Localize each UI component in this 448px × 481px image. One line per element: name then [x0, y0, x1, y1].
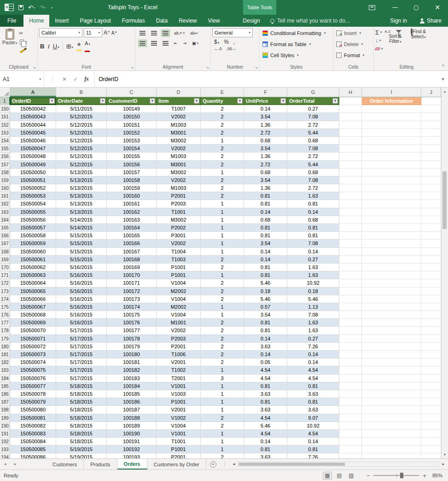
cell[interactable]: M1003 [157, 121, 201, 129]
cell[interactable]: 100185 [107, 390, 157, 398]
cell[interactable]: 0.14 [287, 438, 339, 446]
cell[interactable]: 5/12/2015 [56, 145, 107, 153]
zoom-slider[interactable] [373, 475, 419, 476]
cell[interactable] [339, 382, 362, 390]
cell[interactable]: 5/18/2015 [56, 406, 107, 414]
cell[interactable]: 0.14 [287, 358, 339, 366]
delete-cells-button[interactable]: ×Delete▾ [335, 39, 372, 49]
cell[interactable] [362, 161, 421, 169]
cell[interactable] [339, 351, 362, 358]
cell[interactable]: 2 [201, 335, 244, 343]
cell[interactable] [339, 113, 362, 121]
cell[interactable]: 150500068 [10, 311, 56, 319]
tab-home[interactable]: Home [23, 15, 49, 27]
merge-dropdown-icon[interactable]: ▾ [197, 41, 199, 45]
cell[interactable]: 100158 [107, 176, 157, 184]
cell[interactable] [339, 129, 362, 137]
cell[interactable]: V2002 [157, 327, 201, 334]
cell[interactable]: 0.81 [287, 382, 339, 390]
alignment-dialog-launcher-icon[interactable]: ↘ [206, 65, 209, 70]
cell[interactable]: 100156 [107, 161, 157, 169]
cell[interactable] [421, 430, 441, 438]
row-header-190[interactable]: 190 [0, 422, 10, 430]
cell[interactable] [362, 145, 421, 153]
number-format-select[interactable]: General▾ [212, 28, 253, 37]
row-header-192[interactable]: 192 [0, 438, 10, 446]
row-header-167[interactable]: 167 [0, 240, 10, 247]
cell-J1[interactable] [421, 97, 441, 105]
page-layout-view-icon[interactable]: ▤ [335, 472, 344, 480]
row-header-153[interactable]: 153 [0, 129, 10, 137]
cell[interactable]: 150500059 [10, 240, 56, 247]
bold-button[interactable]: B [40, 43, 44, 50]
cell[interactable] [421, 438, 441, 446]
ribbon-display-options-icon[interactable] [369, 5, 375, 10]
select-all-corner[interactable] [0, 88, 10, 97]
cell[interactable]: 0.81 [287, 224, 339, 232]
cell[interactable] [421, 414, 441, 422]
cell[interactable] [339, 176, 362, 184]
cell[interactable] [421, 398, 441, 406]
row-header-180[interactable]: 180 [0, 343, 10, 351]
cell[interactable]: 100186 [107, 398, 157, 406]
cell[interactable]: 150500045 [10, 129, 56, 137]
cell[interactable]: 150500055 [10, 208, 56, 216]
row-header-170[interactable]: 170 [0, 264, 10, 271]
comma-style-button[interactable]: , [233, 39, 235, 45]
formula-input[interactable]: OrderID [95, 71, 438, 87]
cell[interactable]: V1004 [157, 279, 201, 287]
cell[interactable]: 5/15/2015 [56, 248, 107, 256]
cell[interactable]: P2003 [157, 200, 201, 208]
row-header-174[interactable]: 174 [0, 295, 10, 303]
cell[interactable]: P3001 [157, 232, 201, 240]
cell[interactable]: 100150 [107, 113, 157, 121]
cell[interactable]: 0.81 [287, 398, 339, 406]
row-header-175[interactable]: 175 [0, 303, 10, 311]
cell[interactable]: 3.54 [244, 176, 287, 184]
cell[interactable]: 100160 [107, 192, 157, 200]
cell[interactable]: 5/18/2015 [56, 382, 107, 390]
cell[interactable]: 2 [201, 121, 244, 129]
cell[interactable]: 2 [201, 351, 244, 358]
cell[interactable]: 150500067 [10, 303, 56, 311]
cell[interactable] [421, 161, 441, 169]
row-header-169[interactable]: 169 [0, 256, 10, 264]
cell[interactable]: 100190 [107, 430, 157, 438]
cell[interactable]: 0.14 [287, 208, 339, 216]
redo-icon[interactable]: ↷▾ [40, 4, 47, 11]
cell[interactable]: 100153 [107, 137, 157, 145]
cell[interactable]: V2002 [157, 240, 201, 247]
cell[interactable]: 100181 [107, 358, 157, 366]
cell[interactable]: 5/17/2015 [56, 358, 107, 366]
cell[interactable]: 0.68 [287, 216, 339, 224]
cell[interactable]: 0.81 [244, 232, 287, 240]
cell[interactable]: 1 [201, 216, 244, 224]
cell[interactable]: 100173 [107, 295, 157, 303]
cell[interactable] [421, 184, 441, 192]
cell[interactable]: 150500071 [10, 335, 56, 343]
cell[interactable]: 150500075 [10, 366, 56, 374]
cell[interactable]: 100187 [107, 406, 157, 414]
cell[interactable]: 10.92 [287, 279, 339, 287]
filter-button[interactable]: ▼ [49, 98, 55, 104]
cell[interactable]: 7.08 [287, 240, 339, 247]
cell[interactable]: 4.54 [244, 366, 287, 374]
column-header-D[interactable]: D [157, 88, 201, 97]
cell[interactable]: 5/15/2015 [56, 232, 107, 240]
cell[interactable]: T1007 [157, 105, 201, 113]
cell[interactable]: 100179 [107, 343, 157, 351]
column-header-J[interactable]: J [421, 88, 441, 97]
tab-design[interactable]: Design [237, 15, 265, 27]
cell[interactable]: 100166 [107, 240, 157, 247]
cell[interactable]: 5/13/2015 [56, 208, 107, 216]
format-cells-button[interactable]: Format▾ [335, 50, 372, 60]
row-header-186[interactable]: 186 [0, 390, 10, 398]
minimize-button[interactable]: — [384, 0, 406, 15]
cell[interactable]: 2 [201, 176, 244, 184]
cell[interactable] [339, 161, 362, 169]
table-header-cell-orderid[interactable]: OrderID▼ [10, 97, 56, 105]
cell[interactable]: 5.46 [287, 295, 339, 303]
cell[interactable] [362, 335, 421, 343]
cell[interactable]: 100193 [107, 453, 157, 458]
cell[interactable] [362, 319, 421, 327]
